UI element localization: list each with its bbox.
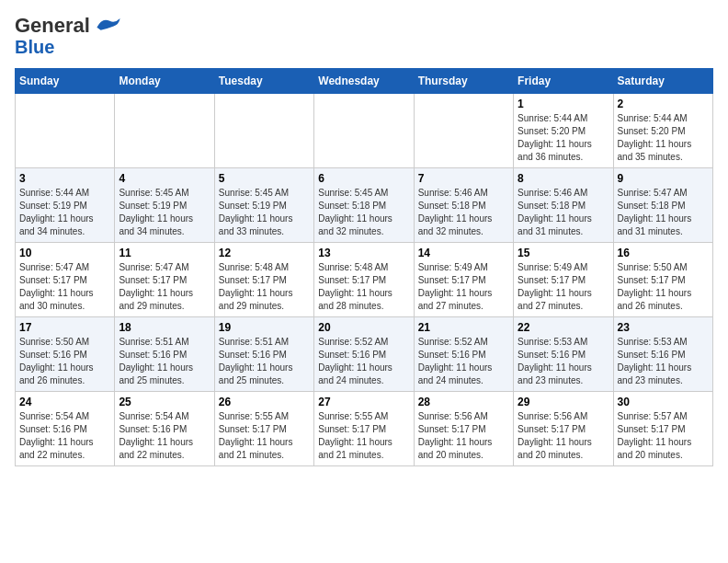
calendar-cell — [16, 94, 115, 168]
day-number: 14 — [418, 247, 509, 259]
day-number: 2 — [618, 98, 709, 110]
day-info: Sunrise: 5:44 AM Sunset: 5:20 PM Dayligh… — [518, 112, 609, 164]
day-number: 1 — [518, 98, 609, 110]
day-header-thursday: Thursday — [414, 69, 513, 94]
calendar-cell: 10Sunrise: 5:47 AM Sunset: 5:17 PM Dayli… — [16, 243, 115, 317]
calendar-cell: 8Sunrise: 5:46 AM Sunset: 5:18 PM Daylig… — [514, 168, 613, 243]
calendar-week-2: 3Sunrise: 5:44 AM Sunset: 5:19 PM Daylig… — [16, 168, 713, 243]
calendar-cell: 25Sunrise: 5:54 AM Sunset: 5:16 PM Dayli… — [115, 392, 214, 466]
calendar-week-4: 17Sunrise: 5:50 AM Sunset: 5:16 PM Dayli… — [16, 317, 713, 392]
calendar-cell: 3Sunrise: 5:44 AM Sunset: 5:19 PM Daylig… — [16, 168, 115, 243]
day-info: Sunrise: 5:45 AM Sunset: 5:18 PM Dayligh… — [318, 187, 409, 238]
day-number: 21 — [418, 321, 509, 334]
calendar-cell: 7Sunrise: 5:46 AM Sunset: 5:18 PM Daylig… — [414, 168, 513, 243]
calendar-cell: 16Sunrise: 5:50 AM Sunset: 5:17 PM Dayli… — [613, 243, 712, 317]
calendar-cell: 26Sunrise: 5:55 AM Sunset: 5:17 PM Dayli… — [214, 392, 313, 466]
day-info: Sunrise: 5:57 AM Sunset: 5:17 PM Dayligh… — [618, 410, 709, 462]
day-info: Sunrise: 5:51 AM Sunset: 5:16 PM Dayligh… — [219, 336, 310, 387]
day-info: Sunrise: 5:49 AM Sunset: 5:17 PM Dayligh… — [418, 261, 509, 313]
day-info: Sunrise: 5:56 AM Sunset: 5:17 PM Dayligh… — [418, 410, 509, 462]
calendar-cell: 17Sunrise: 5:50 AM Sunset: 5:16 PM Dayli… — [16, 317, 115, 392]
calendar-cell: 14Sunrise: 5:49 AM Sunset: 5:17 PM Dayli… — [414, 243, 513, 317]
day-number: 9 — [618, 172, 709, 185]
calendar-cell — [414, 94, 513, 168]
day-number: 7 — [418, 172, 509, 185]
day-number: 26 — [219, 396, 310, 408]
day-header-friday: Friday — [514, 69, 613, 94]
calendar-cell: 24Sunrise: 5:54 AM Sunset: 5:16 PM Dayli… — [16, 392, 115, 466]
calendar-cell: 30Sunrise: 5:57 AM Sunset: 5:17 PM Dayli… — [613, 392, 712, 466]
day-number: 3 — [19, 172, 110, 185]
day-info: Sunrise: 5:49 AM Sunset: 5:17 PM Dayligh… — [518, 261, 609, 313]
calendar-cell: 12Sunrise: 5:48 AM Sunset: 5:17 PM Dayli… — [214, 243, 313, 317]
calendar-cell: 21Sunrise: 5:52 AM Sunset: 5:16 PM Dayli… — [414, 317, 513, 392]
day-number: 10 — [19, 247, 110, 259]
day-number: 11 — [119, 247, 210, 259]
calendar-cell: 28Sunrise: 5:56 AM Sunset: 5:17 PM Dayli… — [414, 392, 513, 466]
day-number: 24 — [19, 396, 110, 408]
calendar-cell: 27Sunrise: 5:55 AM Sunset: 5:17 PM Dayli… — [314, 392, 414, 466]
day-number: 5 — [219, 172, 310, 185]
day-info: Sunrise: 5:50 AM Sunset: 5:17 PM Dayligh… — [618, 261, 709, 313]
day-number: 29 — [518, 396, 609, 408]
calendar-cell: 15Sunrise: 5:49 AM Sunset: 5:17 PM Dayli… — [514, 243, 613, 317]
day-info: Sunrise: 5:44 AM Sunset: 5:20 PM Dayligh… — [618, 112, 709, 164]
day-number: 27 — [318, 396, 409, 408]
day-info: Sunrise: 5:53 AM Sunset: 5:16 PM Dayligh… — [518, 336, 609, 387]
calendar-cell: 29Sunrise: 5:56 AM Sunset: 5:17 PM Dayli… — [514, 392, 613, 466]
day-number: 28 — [418, 396, 509, 408]
calendar-body: 1Sunrise: 5:44 AM Sunset: 5:20 PM Daylig… — [16, 94, 713, 466]
day-info: Sunrise: 5:46 AM Sunset: 5:18 PM Dayligh… — [418, 187, 509, 238]
calendar-cell: 1Sunrise: 5:44 AM Sunset: 5:20 PM Daylig… — [514, 94, 613, 168]
day-info: Sunrise: 5:53 AM Sunset: 5:16 PM Dayligh… — [618, 336, 709, 387]
logo-text-general: General — [15, 15, 121, 37]
calendar-cell: 19Sunrise: 5:51 AM Sunset: 5:16 PM Dayli… — [214, 317, 313, 392]
day-info: Sunrise: 5:54 AM Sunset: 5:16 PM Dayligh… — [19, 410, 110, 462]
day-info: Sunrise: 5:52 AM Sunset: 5:16 PM Dayligh… — [418, 336, 509, 387]
day-number: 30 — [618, 396, 709, 408]
day-info: Sunrise: 5:50 AM Sunset: 5:16 PM Dayligh… — [19, 336, 110, 387]
logo: General Blue — [15, 15, 121, 57]
day-number: 23 — [618, 321, 709, 334]
day-info: Sunrise: 5:44 AM Sunset: 5:19 PM Dayligh… — [19, 187, 110, 238]
calendar-week-3: 10Sunrise: 5:47 AM Sunset: 5:17 PM Dayli… — [16, 243, 713, 317]
day-number: 13 — [318, 247, 409, 259]
day-number: 8 — [518, 172, 609, 185]
day-info: Sunrise: 5:47 AM Sunset: 5:17 PM Dayligh… — [119, 261, 210, 313]
day-number: 12 — [219, 247, 310, 259]
calendar-cell — [314, 94, 414, 168]
calendar-cell: 23Sunrise: 5:53 AM Sunset: 5:16 PM Dayli… — [613, 317, 712, 392]
day-header-tuesday: Tuesday — [214, 69, 313, 94]
calendar-table: SundayMondayTuesdayWednesdayThursdayFrid… — [15, 68, 713, 466]
calendar-cell: 4Sunrise: 5:45 AM Sunset: 5:19 PM Daylig… — [115, 168, 214, 243]
calendar-week-5: 24Sunrise: 5:54 AM Sunset: 5:16 PM Dayli… — [16, 392, 713, 466]
day-header-saturday: Saturday — [613, 69, 712, 94]
calendar-cell: 9Sunrise: 5:47 AM Sunset: 5:18 PM Daylig… — [613, 168, 712, 243]
page-header: General Blue — [15, 15, 713, 57]
day-info: Sunrise: 5:47 AM Sunset: 5:18 PM Dayligh… — [618, 187, 709, 238]
day-number: 18 — [119, 321, 210, 334]
day-number: 15 — [518, 247, 609, 259]
logo-text-blue: Blue — [15, 37, 54, 57]
day-info: Sunrise: 5:52 AM Sunset: 5:16 PM Dayligh… — [318, 336, 409, 387]
day-info: Sunrise: 5:55 AM Sunset: 5:17 PM Dayligh… — [318, 410, 409, 462]
day-header-wednesday: Wednesday — [314, 69, 414, 94]
day-number: 17 — [19, 321, 110, 334]
day-info: Sunrise: 5:48 AM Sunset: 5:17 PM Dayligh… — [219, 261, 310, 313]
day-header-sunday: Sunday — [16, 69, 115, 94]
day-number: 19 — [219, 321, 310, 334]
day-number: 16 — [618, 247, 709, 259]
day-info: Sunrise: 5:51 AM Sunset: 5:16 PM Dayligh… — [119, 336, 210, 387]
calendar-cell: 20Sunrise: 5:52 AM Sunset: 5:16 PM Dayli… — [314, 317, 414, 392]
calendar-cell — [214, 94, 313, 168]
day-number: 20 — [318, 321, 409, 334]
calendar-week-1: 1Sunrise: 5:44 AM Sunset: 5:20 PM Daylig… — [16, 94, 713, 168]
calendar-cell: 22Sunrise: 5:53 AM Sunset: 5:16 PM Dayli… — [514, 317, 613, 392]
day-info: Sunrise: 5:45 AM Sunset: 5:19 PM Dayligh… — [219, 187, 310, 238]
day-info: Sunrise: 5:56 AM Sunset: 5:17 PM Dayligh… — [518, 410, 609, 462]
day-info: Sunrise: 5:45 AM Sunset: 5:19 PM Dayligh… — [119, 187, 210, 238]
day-info: Sunrise: 5:55 AM Sunset: 5:17 PM Dayligh… — [219, 410, 310, 462]
calendar-cell: 6Sunrise: 5:45 AM Sunset: 5:18 PM Daylig… — [314, 168, 414, 243]
day-info: Sunrise: 5:47 AM Sunset: 5:17 PM Dayligh… — [19, 261, 110, 313]
day-number: 4 — [119, 172, 210, 185]
